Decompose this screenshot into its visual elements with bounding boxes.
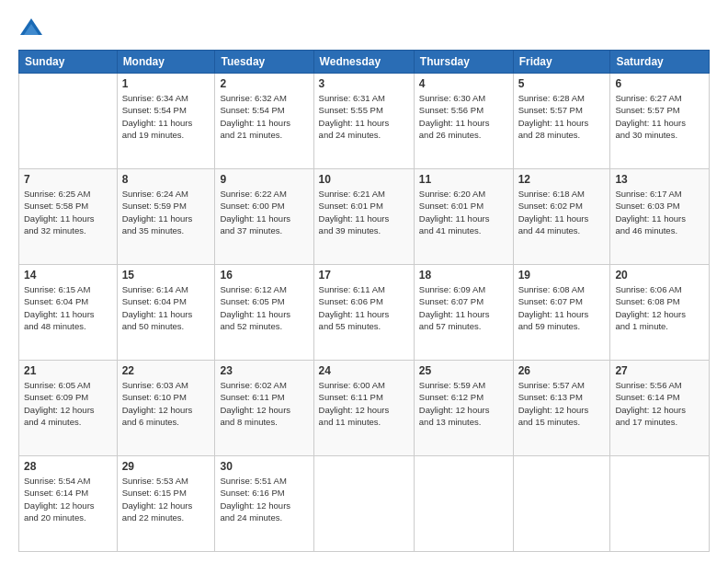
day-info: Sunrise: 6:03 AM Sunset: 6:10 PM Dayligh…	[122, 379, 210, 428]
calendar-cell: 17Sunrise: 6:11 AM Sunset: 6:06 PM Dayli…	[313, 265, 414, 361]
day-number: 20	[615, 269, 704, 282]
day-of-week-saturday: Saturday	[610, 51, 710, 74]
day-info: Sunrise: 5:53 AM Sunset: 6:15 PM Dayligh…	[122, 475, 210, 523]
day-info: Sunrise: 6:24 AM Sunset: 5:59 PM Dayligh…	[122, 188, 210, 236]
day-info: Sunrise: 6:02 AM Sunset: 6:11 PM Dayligh…	[220, 379, 308, 428]
day-of-week-monday: Monday	[117, 51, 215, 74]
calendar-cell	[513, 456, 610, 552]
day-info: Sunrise: 6:21 AM Sunset: 6:01 PM Dayligh…	[319, 188, 409, 236]
day-info: Sunrise: 6:22 AM Sunset: 6:00 PM Dayligh…	[220, 188, 308, 236]
calendar-cell	[414, 456, 513, 552]
day-number: 28	[24, 460, 112, 473]
day-number: 11	[419, 173, 508, 186]
day-info: Sunrise: 6:17 AM Sunset: 6:03 PM Dayligh…	[615, 188, 704, 236]
day-info: Sunrise: 6:15 AM Sunset: 6:04 PM Dayligh…	[24, 283, 112, 332]
day-info: Sunrise: 5:57 AM Sunset: 6:13 PM Dayligh…	[518, 379, 606, 428]
day-number: 16	[220, 269, 308, 282]
calendar-cell: 19Sunrise: 6:08 AM Sunset: 6:07 PM Dayli…	[513, 265, 610, 361]
day-of-week-friday: Friday	[513, 51, 610, 74]
calendar-cell: 2Sunrise: 6:32 AM Sunset: 5:54 PM Daylig…	[215, 74, 313, 169]
day-number: 8	[122, 173, 210, 186]
day-number: 21	[24, 364, 112, 377]
day-number: 30	[220, 460, 308, 473]
day-number: 3	[319, 77, 409, 90]
day-info: Sunrise: 6:20 AM Sunset: 6:01 PM Dayligh…	[419, 188, 508, 236]
day-info: Sunrise: 6:34 AM Sunset: 5:54 PM Dayligh…	[122, 92, 210, 141]
day-info: Sunrise: 6:25 AM Sunset: 5:58 PM Dayligh…	[24, 188, 112, 236]
day-number: 4	[419, 77, 508, 90]
day-number: 13	[615, 173, 704, 186]
day-info: Sunrise: 5:56 AM Sunset: 6:14 PM Dayligh…	[615, 379, 704, 428]
day-number: 12	[518, 173, 606, 186]
day-info: Sunrise: 6:28 AM Sunset: 5:57 PM Dayligh…	[518, 92, 606, 141]
calendar-cell: 5Sunrise: 6:28 AM Sunset: 5:57 PM Daylig…	[513, 74, 610, 169]
calendar-cell: 22Sunrise: 6:03 AM Sunset: 6:10 PM Dayli…	[117, 361, 215, 456]
calendar-cell: 29Sunrise: 5:53 AM Sunset: 6:15 PM Dayli…	[117, 456, 215, 552]
day-number: 10	[319, 173, 409, 186]
calendar-cell: 7Sunrise: 6:25 AM Sunset: 5:58 PM Daylig…	[19, 169, 118, 265]
day-number: 17	[319, 269, 409, 282]
day-info: Sunrise: 5:54 AM Sunset: 6:14 PM Dayligh…	[24, 475, 112, 523]
day-info: Sunrise: 6:31 AM Sunset: 5:55 PM Dayligh…	[319, 92, 409, 141]
week-row-1: 1Sunrise: 6:34 AM Sunset: 5:54 PM Daylig…	[19, 74, 710, 169]
day-info: Sunrise: 6:14 AM Sunset: 6:04 PM Dayligh…	[122, 283, 210, 332]
header	[18, 15, 710, 40]
calendar-cell: 30Sunrise: 5:51 AM Sunset: 6:16 PM Dayli…	[215, 456, 313, 552]
logo-icon	[18, 15, 44, 40]
day-info: Sunrise: 6:32 AM Sunset: 5:54 PM Dayligh…	[220, 92, 308, 141]
day-number: 24	[319, 364, 409, 377]
day-number: 29	[122, 460, 210, 473]
calendar-cell	[313, 456, 414, 552]
day-of-week-sunday: Sunday	[19, 51, 118, 74]
calendar-cell: 12Sunrise: 6:18 AM Sunset: 6:02 PM Dayli…	[513, 169, 610, 265]
calendar-cell: 24Sunrise: 6:00 AM Sunset: 6:11 PM Dayli…	[313, 361, 414, 456]
day-info: Sunrise: 6:09 AM Sunset: 6:07 PM Dayligh…	[419, 283, 508, 332]
day-number: 15	[122, 269, 210, 282]
day-number: 25	[419, 364, 508, 377]
calendar-cell: 23Sunrise: 6:02 AM Sunset: 6:11 PM Dayli…	[215, 361, 313, 456]
day-number: 2	[220, 77, 308, 90]
calendar-cell: 21Sunrise: 6:05 AM Sunset: 6:09 PM Dayli…	[19, 361, 118, 456]
calendar-cell	[19, 74, 118, 169]
day-number: 19	[518, 269, 606, 282]
week-row-4: 21Sunrise: 6:05 AM Sunset: 6:09 PM Dayli…	[19, 361, 710, 456]
day-number: 14	[24, 269, 112, 282]
day-of-week-thursday: Thursday	[414, 51, 513, 74]
day-info: Sunrise: 6:12 AM Sunset: 6:05 PM Dayligh…	[220, 283, 308, 332]
calendar-cell: 8Sunrise: 6:24 AM Sunset: 5:59 PM Daylig…	[117, 169, 215, 265]
day-number: 23	[220, 364, 308, 377]
day-info: Sunrise: 6:00 AM Sunset: 6:11 PM Dayligh…	[319, 379, 409, 428]
logo	[18, 15, 48, 40]
day-number: 27	[615, 364, 704, 377]
day-info: Sunrise: 5:51 AM Sunset: 6:16 PM Dayligh…	[220, 475, 308, 523]
calendar-cell: 27Sunrise: 5:56 AM Sunset: 6:14 PM Dayli…	[610, 361, 710, 456]
day-number: 5	[518, 77, 606, 90]
calendar-cell: 1Sunrise: 6:34 AM Sunset: 5:54 PM Daylig…	[117, 74, 215, 169]
calendar-cell: 10Sunrise: 6:21 AM Sunset: 6:01 PM Dayli…	[313, 169, 414, 265]
calendar-cell: 3Sunrise: 6:31 AM Sunset: 5:55 PM Daylig…	[313, 74, 414, 169]
week-row-5: 28Sunrise: 5:54 AM Sunset: 6:14 PM Dayli…	[19, 456, 710, 552]
calendar-cell: 6Sunrise: 6:27 AM Sunset: 5:57 PM Daylig…	[610, 74, 710, 169]
calendar-cell: 20Sunrise: 6:06 AM Sunset: 6:08 PM Dayli…	[610, 265, 710, 361]
calendar-cell: 18Sunrise: 6:09 AM Sunset: 6:07 PM Dayli…	[414, 265, 513, 361]
calendar-cell: 28Sunrise: 5:54 AM Sunset: 6:14 PM Dayli…	[19, 456, 118, 552]
calendar-cell: 14Sunrise: 6:15 AM Sunset: 6:04 PM Dayli…	[19, 265, 118, 361]
calendar-body: 1Sunrise: 6:34 AM Sunset: 5:54 PM Daylig…	[19, 74, 710, 552]
day-info: Sunrise: 6:06 AM Sunset: 6:08 PM Dayligh…	[615, 283, 704, 332]
day-of-week-wednesday: Wednesday	[313, 51, 414, 74]
day-number: 26	[518, 364, 606, 377]
day-info: Sunrise: 6:08 AM Sunset: 6:07 PM Dayligh…	[518, 283, 606, 332]
calendar-cell	[610, 456, 710, 552]
week-row-2: 7Sunrise: 6:25 AM Sunset: 5:58 PM Daylig…	[19, 169, 710, 265]
calendar-cell: 13Sunrise: 6:17 AM Sunset: 6:03 PM Dayli…	[610, 169, 710, 265]
day-of-week-tuesday: Tuesday	[215, 51, 313, 74]
day-number: 6	[615, 77, 704, 90]
calendar-cell: 11Sunrise: 6:20 AM Sunset: 6:01 PM Dayli…	[414, 169, 513, 265]
calendar-cell: 15Sunrise: 6:14 AM Sunset: 6:04 PM Dayli…	[117, 265, 215, 361]
day-info: Sunrise: 5:59 AM Sunset: 6:12 PM Dayligh…	[419, 379, 508, 428]
calendar-table: SundayMondayTuesdayWednesdayThursdayFrid…	[18, 50, 710, 552]
calendar-cell: 25Sunrise: 5:59 AM Sunset: 6:12 PM Dayli…	[414, 361, 513, 456]
day-info: Sunrise: 6:27 AM Sunset: 5:57 PM Dayligh…	[615, 92, 704, 141]
day-number: 1	[122, 77, 210, 90]
page: SundayMondayTuesdayWednesdayThursdayFrid…	[0, 0, 728, 563]
